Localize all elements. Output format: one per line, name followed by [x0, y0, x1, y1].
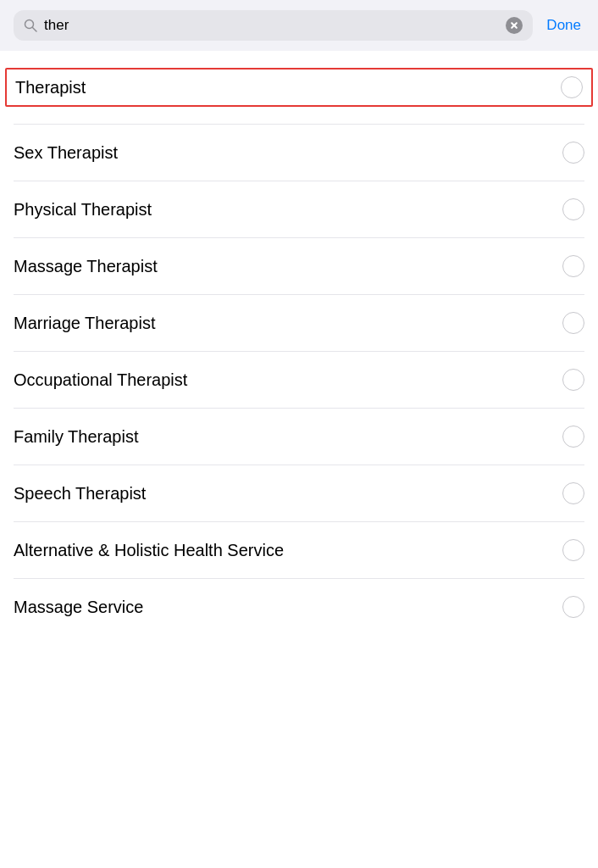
list-item[interactable]: Massage Service	[14, 579, 584, 635]
item-label: Sex Therapist	[14, 143, 118, 163]
item-label: Massage Therapist	[14, 257, 158, 276]
radio-button[interactable]	[561, 76, 583, 98]
results-list: Therapist Sex Therapist Physical Therapi…	[0, 51, 598, 635]
item-label: Marriage Therapist	[14, 314, 155, 333]
list-item[interactable]: Occupational Therapist	[14, 352, 584, 409]
item-label: Massage Service	[14, 598, 143, 617]
radio-button[interactable]	[562, 482, 584, 504]
search-input[interactable]	[44, 17, 499, 34]
search-header: Done	[0, 0, 598, 51]
radio-button[interactable]	[562, 142, 584, 164]
search-bar	[14, 10, 533, 41]
list-item[interactable]: Family Therapist	[14, 409, 584, 465]
radio-button[interactable]	[562, 255, 584, 277]
clear-search-button[interactable]	[506, 17, 523, 34]
item-label: Therapist	[15, 78, 86, 97]
item-label: Occupational Therapist	[14, 370, 187, 390]
item-label: Family Therapist	[14, 427, 138, 447]
list-item[interactable]: Speech Therapist	[14, 465, 584, 522]
item-label: Speech Therapist	[14, 484, 146, 504]
item-label: Alternative & Holistic Health Service	[14, 541, 284, 560]
radio-button[interactable]	[562, 426, 584, 448]
done-button[interactable]: Done	[543, 17, 584, 34]
list-item[interactable]: Therapist	[14, 51, 584, 125]
radio-button[interactable]	[562, 198, 584, 220]
radio-button[interactable]	[562, 312, 584, 334]
list-item[interactable]: Physical Therapist	[14, 181, 584, 238]
item-label: Physical Therapist	[14, 200, 152, 220]
list-item[interactable]: Alternative & Holistic Health Service	[14, 522, 584, 579]
radio-button[interactable]	[562, 369, 584, 391]
svg-line-1	[33, 28, 37, 32]
radio-button[interactable]	[562, 539, 584, 561]
radio-button[interactable]	[562, 596, 584, 618]
search-icon	[24, 19, 37, 32]
list-item[interactable]: Massage Therapist	[14, 238, 584, 295]
list-item[interactable]: Sex Therapist	[14, 125, 584, 181]
list-item[interactable]: Marriage Therapist	[14, 295, 584, 352]
highlighted-item: Therapist	[5, 68, 593, 107]
